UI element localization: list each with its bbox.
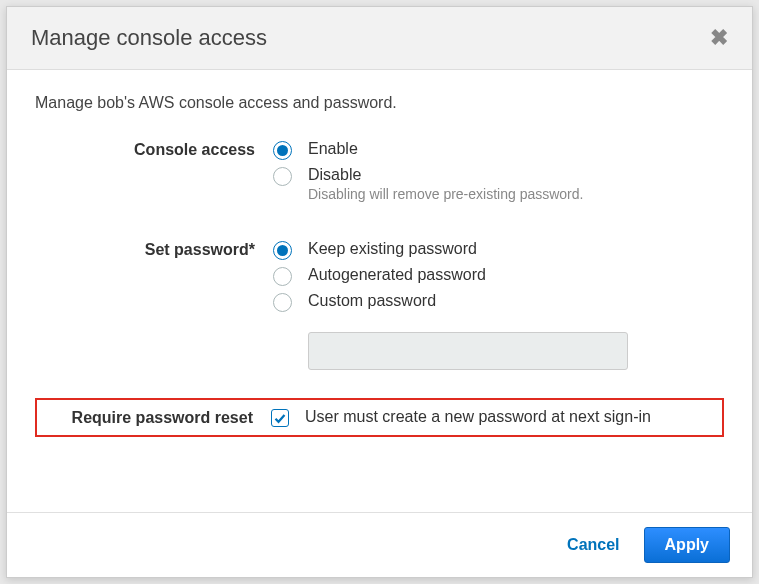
console-access-disable-label: Disable xyxy=(308,166,583,184)
manage-console-access-modal: Manage console access ✖ Manage bob's AWS… xyxy=(6,6,753,578)
modal-subtitle: Manage bob's AWS console access and pass… xyxy=(35,94,724,112)
require-reset-label: Require password reset xyxy=(49,408,253,427)
require-reset-checkbox[interactable] xyxy=(271,409,289,427)
console-access-disable-hint: Disabling will remove pre-existing passw… xyxy=(308,186,583,202)
set-password-row: Set password* Keep existing password Aut… xyxy=(35,240,724,370)
console-access-label: Console access xyxy=(35,140,255,159)
set-password-label: Set password* xyxy=(35,240,255,259)
apply-button[interactable]: Apply xyxy=(644,527,730,563)
require-reset-highlight: Require password reset User must create … xyxy=(35,398,724,437)
modal-footer: Cancel Apply xyxy=(7,512,752,577)
console-access-disable-radio[interactable] xyxy=(273,167,292,186)
set-password-auto-row: Autogenerated password xyxy=(273,266,724,286)
require-reset-row: Require password reset User must create … xyxy=(49,408,710,427)
set-password-custom-radio[interactable] xyxy=(273,293,292,312)
modal-title: Manage console access xyxy=(31,25,267,51)
console-access-enable-label: Enable xyxy=(308,140,358,158)
set-password-custom-label: Custom password xyxy=(308,292,436,310)
set-password-auto-label: Autogenerated password xyxy=(308,266,486,284)
set-password-options: Keep existing password Autogenerated pas… xyxy=(255,240,724,370)
console-access-enable-row: Enable xyxy=(273,140,724,160)
console-access-enable-radio[interactable] xyxy=(273,141,292,160)
console-access-row: Console access Enable Disable Disabling … xyxy=(35,140,724,208)
set-password-auto-radio[interactable] xyxy=(273,267,292,286)
close-icon[interactable]: ✖ xyxy=(710,25,728,51)
set-password-custom-row: Custom password xyxy=(273,292,724,312)
require-reset-text: User must create a new password at next … xyxy=(305,408,651,426)
check-icon xyxy=(274,412,286,424)
modal-body: Manage bob's AWS console access and pass… xyxy=(7,70,752,512)
set-password-keep-row: Keep existing password xyxy=(273,240,724,260)
custom-password-input[interactable] xyxy=(308,332,628,370)
set-password-keep-label: Keep existing password xyxy=(308,240,477,258)
modal-header: Manage console access ✖ xyxy=(7,7,752,70)
cancel-button[interactable]: Cancel xyxy=(563,528,623,562)
console-access-options: Enable Disable Disabling will remove pre… xyxy=(255,140,724,208)
set-password-keep-radio[interactable] xyxy=(273,241,292,260)
console-access-disable-row: Disable Disabling will remove pre-existi… xyxy=(273,166,724,202)
